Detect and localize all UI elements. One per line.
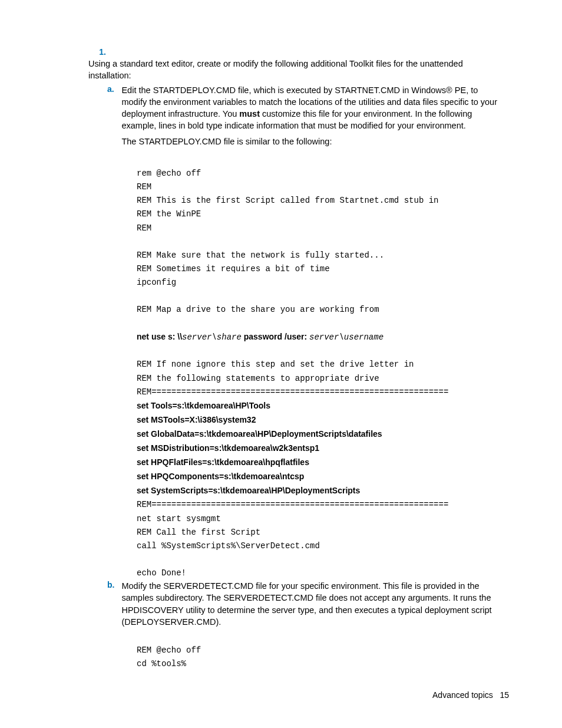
code-bold-line: set SystemScripts=s:\tkdemoarea\HP\Deplo… — [137, 486, 360, 495]
list-body-1a: Edit the STARTDEPLOY.CMD file, which is … — [121, 84, 504, 151]
code-line: echo Done! — [137, 568, 186, 578]
code-line: REM — [137, 223, 151, 233]
text-1a-para2: The STARTDEPLOY.CMD file is similar to t… — [121, 136, 504, 147]
list-item-1: 1. Using a standard text editor, create … — [88, 47, 509, 82]
document-page: 1. Using a standard text editor, create … — [0, 0, 562, 728]
code-line: REM the WinPE — [137, 209, 201, 219]
code-line: net start sysmgmt — [137, 514, 221, 523]
list-item-1a: a. Edit the STARTDEPLOY.CMD file, which … — [107, 84, 509, 151]
code-bold-line: set HPQFlatFiles=s:\tkdemoarea\hpqflatfi… — [137, 457, 309, 467]
footer-page-number: 15 — [500, 690, 509, 700]
list-text-1b: Modify the SERVERDETECT.CMD file for you… — [121, 580, 504, 628]
code-line: cd %tools% — [137, 659, 186, 668]
code-line: REM=====================================… — [137, 387, 448, 397]
code-line: call %SystemScripts%\ServerDetect.cmd — [137, 541, 320, 551]
code-bold-line: set MSTools=X:\i386\system32 — [137, 415, 256, 424]
list-item-1b: b. Modify the SERVERDETECT.CMD file for … — [107, 580, 509, 628]
list-marker-1a: a. — [107, 84, 119, 94]
code-line: REM Sometimes it requires a bit of time — [137, 264, 330, 274]
footer-section: Advanced topics — [432, 690, 493, 700]
list-marker-1b: b. — [107, 580, 119, 589]
code-line: REM Map a drive to the share you are wor… — [137, 305, 379, 314]
code-block-b: REM @echo off cd %tools% — [137, 630, 480, 671]
code-bold-line: set HPQComponents=s:\tkdemoarea\ntcsp — [137, 472, 304, 481]
code-line: REM Call the first Script — [137, 528, 260, 537]
code-bold-line: set GlobalData=s:\tkdemoarea\HP\Deployme… — [137, 429, 382, 439]
code-line: REM This is the first Script called from… — [137, 196, 438, 205]
code-line: REM If none ignore this step and set the… — [137, 360, 414, 369]
code-line: REM @echo off — [137, 645, 201, 655]
code-bold-line: set Tools=s:\tkdemoarea\HP\Tools — [137, 401, 270, 410]
list-marker-1: 1. — [88, 47, 112, 57]
code-line: REM Make sure that the network is fully … — [137, 251, 384, 260]
code-line: ipconfig — [137, 278, 176, 287]
code-italic: server\username — [309, 332, 384, 342]
code-line: REM the following statements to appropri… — [137, 374, 379, 383]
page-footer: Advanced topics 15 — [432, 690, 509, 700]
code-bold-line: set MSDistribution=s:\tkdemoarea\w2k3ent… — [137, 443, 319, 453]
code-bold: net use s: \\ — [137, 332, 182, 341]
code-bold: password /user: — [242, 332, 309, 341]
code-line: REM=====================================… — [137, 500, 448, 509]
text-1a-bold: must — [239, 109, 260, 118]
code-italic: server\share — [182, 332, 242, 342]
list-text-1: Using a standard text editor, create or … — [88, 58, 489, 82]
code-block-a: rem @echo off REM REM This is the first … — [137, 153, 480, 580]
code-line: REM — [137, 182, 151, 192]
code-line: rem @echo off — [137, 169, 201, 178]
